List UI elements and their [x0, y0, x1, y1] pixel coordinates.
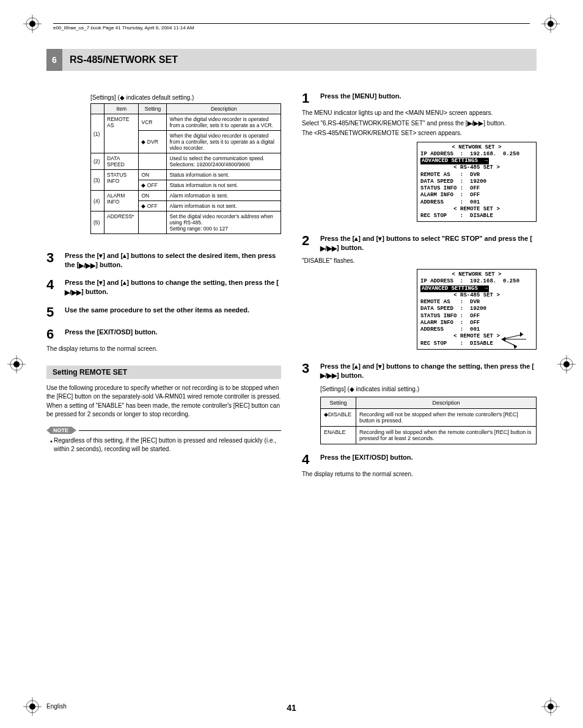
osd-highlight: ADVANCED SETTINGS → [420, 285, 489, 292]
setting-cell: VCR [139, 114, 167, 131]
settings-legend: [Settings] (◆ indicates initial setting.… [320, 385, 537, 394]
triangle-right-icon [72, 427, 76, 434]
step: 5 Use the same procedure to set the othe… [46, 306, 281, 319]
item-cell: DATA SPEED [105, 153, 139, 170]
play-ff-icon: ▶/▶▶ [79, 261, 95, 270]
col-setting: Setting [139, 104, 167, 114]
step: 3 Press the [▾] and [▴] buttons to selec… [46, 251, 281, 270]
table-row: ENABLERecording will be stopped when the… [321, 426, 537, 444]
svg-marker-27 [513, 344, 517, 349]
item-cell: STATUS INFO [105, 170, 139, 191]
paragraph: "DISABLE" flashes. [302, 257, 537, 266]
settings-legend: [Settings] (◆ indicates default setting.… [90, 94, 281, 101]
step-text: Press the [▾] and [▴] buttons to select … [65, 251, 281, 270]
svg-marker-25 [520, 332, 523, 337]
step-text: Use the same procedure to set the other … [65, 306, 249, 315]
desc-cell: Recording will not be stopped when the r… [356, 408, 537, 426]
osd-screen: < NETWORK SET > IP ADDRESS : 192.168. 0.… [417, 142, 537, 222]
step-number: 5 [46, 306, 65, 319]
svg-marker-29 [502, 337, 505, 342]
step-aftertext: The display returns to the normal screen… [46, 345, 281, 353]
footer-language: English [46, 703, 67, 710]
step-text: Press the [EXIT/OSD] button. [65, 328, 158, 337]
step-text: Press the [▴] and [▾] buttons to select … [320, 234, 537, 252]
desc-cell: When the digital video recorder is opera… [167, 131, 281, 153]
desc-cell: Set the digital video recorder's address… [167, 211, 281, 234]
desc-cell: Alarm information is sent. [167, 191, 281, 201]
desc-cell: Status information is not sent. [167, 180, 281, 191]
col-desc: Description [167, 104, 281, 114]
step: 3 Press the [▴] and [▾] buttons to chang… [302, 362, 537, 380]
note-header: NOTE [46, 427, 281, 434]
step: 2 Press the [▴] and [▾] buttons to selec… [302, 234, 537, 252]
step-number: 4 [302, 453, 320, 466]
page-number: 41 [287, 703, 296, 713]
step-text: Press the [EXIT/OSD] button. [320, 453, 413, 462]
paragraph: The MENU indicator lights up and the <MA… [302, 109, 537, 118]
book-metadata: e00_l8hae_us_7.book Page 41 Thursday, Ap… [53, 23, 530, 31]
diamond-icon: ◆ [120, 94, 125, 101]
step: 4 Press the [EXIT/OSD] button. [302, 453, 537, 466]
table-row: (5)ADDRESS*Set the digital video recorde… [91, 211, 281, 234]
paragraph: Select "6.RS-485/NETWORK/REMOTE SET" and… [302, 119, 537, 128]
table-row: (3)STATUS INFOONStatus information is se… [91, 170, 281, 180]
note-bullet: Regardless of this setting, if the [REC]… [54, 436, 281, 454]
desc-cell: Alarm information is not sent. [167, 201, 281, 211]
callout-arrow-icon [496, 328, 538, 353]
step: 6 Press the [EXIT/OSD] button. [46, 328, 281, 341]
setting-cell: ◆ DVR [139, 131, 167, 153]
step-number: 6 [46, 328, 65, 341]
row-index: (2) [91, 153, 105, 170]
play-ff-icon: ▶/▶▶ [65, 288, 81, 297]
setting-cell: ◆DISABLE [321, 408, 356, 426]
section-heading: Setting REMOTE SET [46, 366, 281, 379]
page-footer: English 41 [46, 703, 537, 710]
paragraph: Use the following procedure to specify w… [46, 384, 281, 419]
setting-cell: ◆ OFF [139, 201, 167, 211]
chapter-title: RS-485/NETWORK SET [62, 49, 178, 71]
col-setting: Setting [321, 397, 356, 408]
desc-cell: Used to select the communication speed. … [167, 153, 281, 170]
step-number: 1 [302, 92, 320, 105]
setting-cell: ON [139, 170, 167, 180]
col-desc: Description [356, 397, 537, 408]
setting-cell: ◆ OFF [139, 180, 167, 191]
row-index: (1) [91, 114, 105, 153]
step: 1 Press the [MENU] button. [302, 92, 537, 105]
row-index: (4) [91, 191, 105, 211]
play-ff-icon: ▶/▶▶ [320, 371, 337, 380]
step-number: 3 [302, 362, 320, 375]
item-cell: ADDRESS* [105, 211, 139, 234]
setting-cell [139, 153, 167, 170]
note-list: Regardless of this setting, if the [REC]… [46, 436, 281, 454]
legend-post: indicates default setting.) [125, 94, 194, 101]
step: 4 Press the [▾] and [▴] buttons to chang… [46, 278, 281, 296]
item-cell: ALARM INFO [105, 191, 139, 211]
right-column: 1 Press the [MENU] button. The MENU indi… [302, 92, 537, 479]
row-index: (5) [91, 211, 105, 234]
desc-cell: When the digital video recorder is opera… [167, 114, 281, 131]
step-number: 4 [46, 278, 65, 292]
osd-highlight: ADVANCED SETTINGS → [420, 158, 489, 164]
desc-cell: Status information is sent. [167, 170, 281, 180]
paragraph: The <RS-485/NETWORK/REMOTE SET> screen a… [302, 129, 537, 138]
note-label: NOTE [50, 427, 72, 434]
desc-cell: Recording will be stopped when the remot… [356, 426, 537, 444]
row-index: (3) [91, 170, 105, 191]
osd-screen: < NETWORK SET > IP ADDRESS : 192.168. 0.… [417, 269, 537, 350]
left-column: [Settings] (◆ indicates default setting.… [46, 92, 281, 479]
col-item: Item [105, 104, 139, 114]
settings-table: Item Setting Description (1)REMOTE ASVCR… [90, 103, 281, 234]
item-cell: REMOTE AS [105, 114, 139, 153]
chapter-number: 6 [46, 49, 62, 71]
settings-table-2: Setting Description ◆DISABLERecording wi… [320, 397, 537, 444]
paragraph: The display returns to the normal screen… [302, 470, 537, 479]
play-ff-icon: ▶/▶▶ [320, 244, 337, 253]
setting-cell: ON [139, 191, 167, 201]
table-row: (2)DATA SPEEDUsed to select the communic… [91, 153, 281, 170]
step-text: Press the [MENU] button. [320, 92, 402, 101]
table-row: (4)ALARM INFOONAlarm information is sent… [91, 191, 281, 201]
setting-cell [139, 211, 167, 234]
step-number: 3 [46, 251, 65, 265]
play-ff-icon: ▶/▶▶ [468, 119, 484, 128]
